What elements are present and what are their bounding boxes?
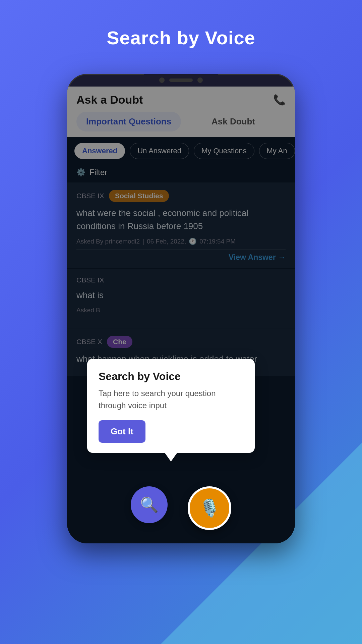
speaker-grill [169, 78, 193, 82]
got-it-button[interactable]: Got It [99, 420, 145, 443]
voice-search-button[interactable]: 🎙️ [188, 486, 231, 530]
front-sensor [197, 77, 203, 83]
tooltip-description: Tap here to search your question through… [99, 387, 243, 412]
tooltip-popup: Search by Voice Tap here to search your … [87, 359, 255, 453]
modal-overlay [67, 87, 295, 543]
front-camera [159, 77, 165, 83]
phone-notch [144, 74, 218, 87]
phone-frame: Ask a Doubt 📞 Important Questions Ask Do… [67, 74, 295, 543]
bottom-action-buttons: 🔍 🎙️ [67, 486, 295, 530]
search-icon: 🔍 [140, 496, 159, 514]
microphone-icon: 🎙️ [199, 498, 220, 518]
tooltip-title: Search by Voice [99, 370, 243, 383]
page-title: Search by Voice [0, 27, 362, 49]
phone-screen: Ask a Doubt 📞 Important Questions Ask Do… [67, 87, 295, 543]
search-button[interactable]: 🔍 [131, 486, 168, 523]
